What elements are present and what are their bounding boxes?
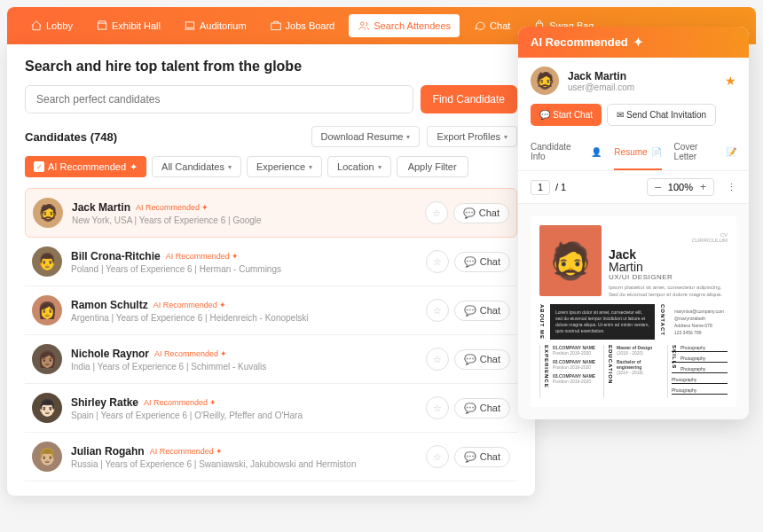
candidate-name: Shirley Ratke bbox=[71, 396, 138, 409]
tab-resume[interactable]: Resume📄 bbox=[614, 135, 661, 170]
send-invitation-button[interactable]: ✉Send Chat Invitation bbox=[607, 104, 716, 126]
contact-label: CONTACT bbox=[660, 304, 665, 340]
ai-recommended-tag: AI Recommended ✦ bbox=[154, 349, 227, 358]
nav-exhibit[interactable]: Exhibit Hall bbox=[87, 14, 169, 37]
chat-button[interactable]: 💬Chat bbox=[454, 349, 510, 370]
candidate-row[interactable]: 👩🏽 Nichole Raynor AI Recommended ✦ India… bbox=[25, 335, 517, 384]
resume-last-name: Martin bbox=[609, 261, 728, 273]
sparkle-icon: ✦ bbox=[220, 349, 227, 358]
check-icon: ✓ bbox=[34, 161, 44, 172]
candidate-row[interactable]: 👨 Bill Crona-Ritchie AI Recommended ✦ Po… bbox=[25, 238, 517, 286]
ai-recommended-tag: AI Recommended ✦ bbox=[144, 398, 216, 407]
apply-filter-button[interactable]: Apply Filter bbox=[397, 156, 468, 177]
chat-icon: 💬 bbox=[539, 110, 550, 120]
search-input[interactable] bbox=[25, 85, 413, 113]
nav-lobby[interactable]: Lobby bbox=[21, 14, 82, 37]
about-label: ABOUT ME bbox=[539, 304, 545, 340]
main-content: Search and hire top talent from the glob… bbox=[7, 44, 535, 496]
chat-icon: 💬 bbox=[464, 403, 476, 414]
nav-jobs[interactable]: Jobs Board bbox=[261, 14, 344, 37]
candidate-detail-panel: AI Recommended✦ 🧔 Jack Martin user@email… bbox=[518, 27, 749, 419]
candidate-name: Jack Martin bbox=[72, 201, 130, 214]
chat-icon: 💬 bbox=[464, 354, 476, 365]
avatar: 👩🏽 bbox=[32, 344, 62, 374]
send-icon: ✉ bbox=[617, 110, 624, 120]
chevron-down-icon: ▾ bbox=[406, 133, 410, 141]
chat-button[interactable]: 💬Chat bbox=[453, 203, 509, 223]
candidate-meta: India | Years of Experience 6 | Schimmel… bbox=[71, 362, 417, 372]
home-icon bbox=[30, 20, 43, 32]
zoom-in-button[interactable]: + bbox=[698, 181, 708, 193]
candidate-name: Nichole Raynor bbox=[71, 348, 149, 360]
avatar: 🧔 bbox=[33, 198, 63, 228]
favorite-star-button[interactable]: ★ bbox=[725, 74, 736, 88]
avatar: 👨🏼 bbox=[32, 442, 62, 472]
avatar: 👩 bbox=[32, 295, 62, 325]
candidate-list: 🧔 Jack Martin AI Recommended ✦ New York,… bbox=[25, 188, 517, 481]
candidate-meta: Poland | Years of Experience 6 | Herman … bbox=[71, 264, 417, 274]
start-chat-button[interactable]: 💬Start Chat bbox=[531, 104, 602, 126]
users-icon bbox=[358, 20, 370, 32]
candidate-row[interactable]: 👨🏼 Julian Rogahn AI Recommended ✦ Russia… bbox=[25, 433, 517, 481]
chat-button[interactable]: 💬Chat bbox=[454, 301, 510, 321]
favorite-button[interactable]: ☆ bbox=[426, 299, 449, 322]
favorite-button[interactable]: ☆ bbox=[425, 201, 448, 224]
pdf-menu-button[interactable]: ⋮ bbox=[727, 182, 736, 193]
chat-icon: 💬 bbox=[463, 207, 476, 219]
candidate-name: Ramon Schultz bbox=[71, 299, 148, 311]
nav-chat[interactable]: Chat bbox=[465, 14, 519, 37]
candidate-name: Julian Rogahn bbox=[71, 445, 145, 458]
nav-auditorium[interactable]: Auditorium bbox=[175, 14, 256, 37]
resume-contact: marynixa@company.com @marynizabeth Addre… bbox=[671, 304, 728, 340]
experience-dropdown[interactable]: Experience▾ bbox=[247, 156, 322, 177]
candidate-name: Bill Crona-Ritchie bbox=[71, 250, 161, 262]
candidate-meta: New York, USA | Years of Experience 6 | … bbox=[72, 215, 416, 225]
chat-icon: 💬 bbox=[464, 305, 476, 317]
ai-recommended-tag: AI Recommended ✦ bbox=[166, 252, 239, 261]
sparkle-icon: ✦ bbox=[201, 203, 208, 212]
chat-icon bbox=[474, 20, 486, 32]
zoom-level: 100% bbox=[668, 182, 693, 192]
location-dropdown[interactable]: Location▾ bbox=[327, 156, 391, 177]
chat-button[interactable]: 💬Chat bbox=[454, 447, 510, 467]
ai-recommended-filter[interactable]: ✓AI Recommended✦ bbox=[25, 156, 146, 177]
find-candidate-button[interactable]: Find Candidate bbox=[421, 85, 517, 113]
candidate-row[interactable]: 🧔 Jack Martin AI Recommended ✦ New York,… bbox=[25, 188, 517, 238]
nav-search-attendees[interactable]: Search Attendees bbox=[349, 14, 460, 37]
laptop-icon bbox=[184, 20, 196, 32]
all-candidates-dropdown[interactable]: All Candidates▾ bbox=[152, 156, 241, 177]
sparkle-icon: ✦ bbox=[209, 398, 216, 407]
briefcase-icon bbox=[270, 20, 282, 32]
profile-email: user@email.com bbox=[568, 82, 634, 92]
candidate-row[interactable]: 👨🏻 Shirley Ratke AI Recommended ✦ Spain … bbox=[25, 384, 517, 433]
pdf-page-total: / 1 bbox=[555, 182, 566, 192]
chevron-down-icon: ▾ bbox=[504, 133, 507, 141]
resume-preview: 🧔 CVCURRICULUM Jack Martin UX/UI DESIGNE… bbox=[518, 204, 749, 419]
resume-role: UX/UI DESIGNER bbox=[609, 273, 728, 281]
chat-button[interactable]: 💬Chat bbox=[454, 398, 510, 419]
sparkle-icon: ✦ bbox=[216, 447, 223, 456]
svg-point-3 bbox=[361, 22, 365, 26]
pdf-page-input[interactable] bbox=[531, 180, 550, 195]
candidates-count: Candidates (748) bbox=[25, 130, 117, 144]
candidate-meta: Russia | Years of Experience 6 | Swaniaw… bbox=[71, 459, 417, 469]
candidate-row[interactable]: 👩 Ramon Schultz AI Recommended ✦ Argenti… bbox=[25, 286, 517, 335]
zoom-out-button[interactable]: – bbox=[653, 181, 663, 193]
letter-icon: 📝 bbox=[726, 147, 736, 157]
favorite-button[interactable]: ☆ bbox=[426, 445, 449, 468]
favorite-button[interactable]: ☆ bbox=[426, 396, 449, 419]
tab-cover-letter[interactable]: Cover Letter📝 bbox=[674, 135, 736, 170]
favorite-button[interactable]: ☆ bbox=[426, 348, 449, 371]
resume-bio: Ipsum placekut sit amet, consectetur adi… bbox=[609, 285, 728, 299]
candidate-meta: Spain | Years of Experience 6 | O'Reilly… bbox=[71, 411, 417, 420]
chevron-down-icon: ▾ bbox=[378, 163, 382, 171]
download-resume-dropdown[interactable]: Download Resume▾ bbox=[311, 126, 421, 147]
chat-button[interactable]: 💬Chat bbox=[454, 252, 510, 272]
resume-about: Lorem ipsum dolor sit amet, consectetur … bbox=[550, 304, 655, 340]
favorite-button[interactable]: ☆ bbox=[426, 250, 449, 273]
svg-rect-2 bbox=[271, 23, 280, 30]
export-profiles-dropdown[interactable]: Export Profiles▾ bbox=[427, 126, 517, 147]
chat-icon: 💬 bbox=[464, 451, 476, 463]
tab-candidate-info[interactable]: Candidate Info👤 bbox=[531, 135, 602, 170]
sparkle-icon: ✦ bbox=[232, 252, 239, 261]
